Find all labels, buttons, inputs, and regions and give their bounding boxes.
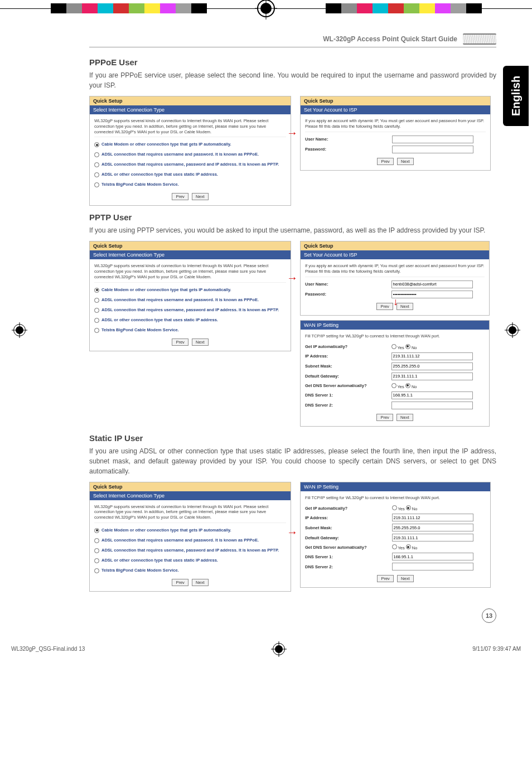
dns1-input[interactable] [392,553,473,560]
connection-option[interactable]: ADSL connection that requires username a… [94,535,286,545]
option-label: Telstra BigPond Cable Modem Service. [101,182,179,187]
mask-input[interactable] [392,524,473,531]
radio-icon[interactable] [94,318,99,323]
registration-mark-icon [273,643,285,655]
option-label: ADSL connection that requires username a… [101,152,259,157]
get-dns-radio[interactable]: Yes No [392,544,418,550]
radio-icon[interactable] [94,172,99,177]
dns2-label: DNS Server 2: [305,564,392,569]
gw-input[interactable] [392,534,473,541]
dns2-input[interactable] [391,402,473,409]
connection-option[interactable]: ADSL or other connection type that uses … [94,170,286,180]
connection-option[interactable]: Cable Modem or other connection type tha… [94,525,286,535]
next-button[interactable]: Next [396,303,413,310]
radio-icon[interactable] [94,538,99,543]
footer-file: WL320gP_QSG-Final.indd 13 [11,646,85,652]
language-tab: English [503,66,529,126]
connection-option[interactable]: ADSL connection that requires username, … [94,305,286,315]
arrow-icon: → [287,272,298,283]
print-registration-bar [0,0,532,17]
panel-subtitle: WAN IP Setting [301,321,489,330]
username-input[interactable] [392,136,473,143]
radio-icon[interactable] [94,548,99,553]
connection-option[interactable]: ADSL connection that requires username a… [94,295,286,305]
dns1-input[interactable] [391,391,473,399]
radio-icon[interactable] [94,528,99,533]
mask-label: Subnet Mask: [305,525,392,530]
get-dns-radio[interactable]: Yes No [391,383,417,389]
panel-subtitle: WAN IP Setting [301,482,490,491]
connection-option[interactable]: Cable Modem or other connection type tha… [94,285,286,295]
prev-button[interactable]: Prev [172,339,188,346]
get-ip-radio[interactable]: Yes No [391,344,417,350]
radio-icon[interactable] [94,182,99,187]
side-registration-right-icon [506,324,519,336]
radio-icon[interactable] [94,142,99,147]
dns2-label: DNS Server 2: [305,403,391,408]
connection-option[interactable]: ADSL connection that requires username a… [94,149,286,159]
radio-icon[interactable] [94,328,99,333]
next-button[interactable]: Next [192,579,208,586]
next-button[interactable]: Next [397,158,413,165]
dns2-input[interactable] [392,563,473,570]
prev-button[interactable]: Prev [376,414,393,421]
gw-input[interactable] [391,373,473,380]
ip-input[interactable] [392,514,473,521]
prev-button[interactable]: Prev [376,303,393,310]
document-title: WL-320gP Access Point Quick Start Guide [323,35,457,43]
radio-icon[interactable] [94,152,99,157]
dns1-label: DNS Server 1: [305,554,392,559]
connection-option[interactable]: Telstra BigPond Cable Modem Service. [94,565,286,576]
next-button[interactable]: Next [192,339,208,346]
get-ip-radio[interactable]: Yes No [392,505,418,511]
password-input[interactable] [391,291,473,298]
ip-input[interactable] [391,352,473,360]
connection-option[interactable]: ADSL connection that requires username, … [94,159,286,170]
option-label: ADSL or other connection type that uses … [101,317,218,322]
radio-icon[interactable] [94,568,99,573]
mask-input[interactable] [391,362,473,370]
mask-label: Subnet Mask: [305,364,391,369]
static-heading: Static IP User [89,433,496,443]
connection-option[interactable]: Cable Modem or other connection type tha… [94,139,286,149]
prev-button[interactable]: Prev [377,575,393,582]
connection-option[interactable]: ADSL or other connection type that uses … [94,555,286,565]
option-label: ADSL connection that requires username a… [101,538,259,543]
connection-option[interactable]: Telstra BigPond Cable Modem Service. [94,325,286,335]
username-input[interactable] [391,281,473,288]
prev-button[interactable]: Prev [172,193,188,200]
next-button[interactable]: Next [192,193,208,200]
panel-intro: If you apply an account with dynamic IP,… [305,117,486,132]
ip-label: IP Address: [305,515,392,520]
option-label: Telstra BigPond Cable Modem Service. [101,327,179,332]
side-registration-left-icon [13,324,26,336]
connection-option[interactable]: Telstra BigPond Cable Modem Service. [94,180,286,190]
connection-option[interactable]: ADSL or other connection type that uses … [94,315,286,325]
radio-icon[interactable] [94,308,99,313]
option-label: Telstra BigPond Cable Modem Service. [101,568,179,573]
option-label: ADSL connection that requires username a… [101,297,259,302]
arrow-icon: → [287,526,298,538]
next-button[interactable]: Next [396,414,413,421]
get-ip-label: Get IP automatically? [305,344,391,349]
password-input[interactable] [392,146,473,153]
prev-button[interactable]: Prev [377,158,393,165]
gw-label: Default Gateway: [305,374,391,379]
option-label: Cable Modem or other connection type tha… [101,287,231,292]
radio-icon[interactable] [94,288,99,293]
password-label: Password: [305,292,391,297]
panel-intro: Fill TCP/IP setting for WL320gP to conne… [305,494,486,503]
gw-label: Default Gateway: [305,535,392,540]
panel-subtitle: Select Internet Connection Type [90,250,291,259]
radio-icon[interactable] [94,558,99,563]
connection-option[interactable]: ADSL connection that requires username, … [94,545,286,555]
radio-icon[interactable] [94,298,99,303]
radio-icon[interactable] [94,162,99,167]
panel-subtitle: Select Internet Connection Type [90,491,291,500]
prev-button[interactable]: Prev [172,579,188,586]
next-button[interactable]: Next [397,575,413,582]
username-label: User Name: [305,282,391,287]
pppoe-isp-panel: Quick Setup Set Your Account to ISP If y… [300,96,491,171]
panel-intro: WL320gP supports several kinds of connec… [94,262,286,282]
option-label: ADSL connection that requires username, … [101,548,279,553]
